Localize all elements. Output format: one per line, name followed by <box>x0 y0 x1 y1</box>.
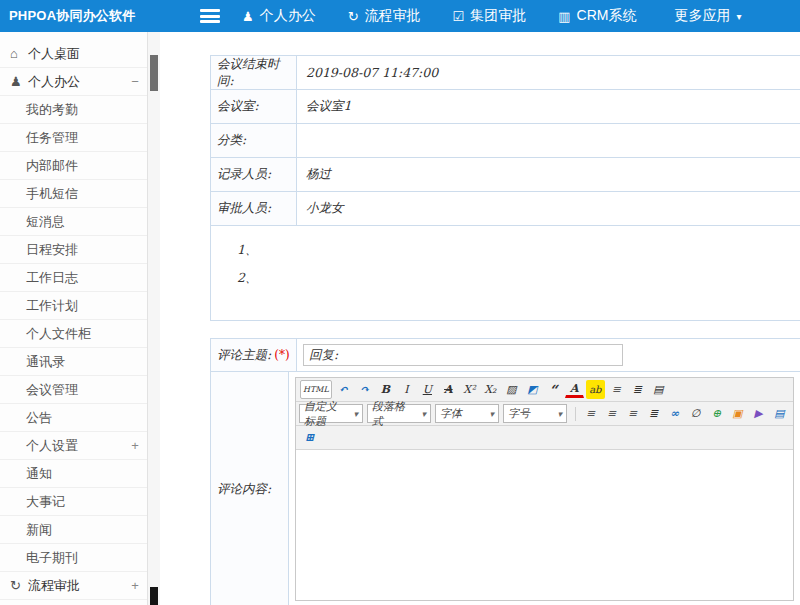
person-icon: ♟ <box>10 74 28 89</box>
collapse-icon[interactable]: − <box>123 74 147 89</box>
subscript-button[interactable]: X₂ <box>481 380 500 399</box>
table-row: 评论内容: HTML ↶ ↷ B <box>211 372 800 605</box>
sidebar-item[interactable]: 内部邮件 <box>0 152 147 180</box>
strikethrough-button[interactable]: A <box>439 380 458 399</box>
expand-icon[interactable]: + <box>123 578 147 593</box>
sidebar-item[interactable]: 会议管理 <box>0 376 147 404</box>
top-nav: ♟ 个人办公 ↻ 流程审批 ☑ 集团审批 ▥ <box>242 7 767 25</box>
table-row: 会议结束时间: 2019-08-07 11:47:00 <box>211 56 800 90</box>
comment-subject-label: 评论主题: <box>217 347 271 364</box>
link-button[interactable]: ∞ <box>665 404 684 423</box>
anchor-button[interactable]: ⊕ <box>707 404 726 423</box>
bold-button[interactable]: B <box>376 380 395 399</box>
attachment-button[interactable]: ▤ <box>770 404 789 423</box>
sidebar-item[interactable]: 工作日志 <box>0 264 147 292</box>
sidebar-item[interactable]: 公告 <box>0 404 147 432</box>
person-icon: ♟ <box>242 9 254 24</box>
style-select[interactable]: 自定义标题 ▾ <box>299 404 363 423</box>
editor-toolbar-buttons: ≡ ≡ ≡ ≣ ∞ ∅ <box>580 404 790 423</box>
comment-subject-input[interactable] <box>303 344 623 366</box>
expand-icon: + <box>123 438 147 453</box>
sidebar-menu: 我的考勤 任务管理 内部邮件 手机短信 <box>0 96 147 572</box>
sidebar-item[interactable]: 工作计划 <box>0 292 147 320</box>
topnav-workflow-approval[interactable]: ↻ 流程审批 <box>348 7 427 25</box>
comment-content-label: 评论内容: <box>211 372 289 605</box>
field-label: 会议室: <box>211 90 297 123</box>
sidebar-item-workflow-approval[interactable]: ↻ 流程审批 + <box>0 572 147 600</box>
blockquote-button[interactable]: “ <box>544 380 563 399</box>
eraser-button[interactable]: ▨ <box>502 380 521 399</box>
editor-content[interactable] <box>296 450 793 600</box>
caret-down-icon: ▾ <box>422 409 427 419</box>
table-row: 分类: <box>211 124 800 158</box>
scrollbar-thumb[interactable] <box>150 55 158 91</box>
meeting-detail-table: 会议结束时间: 2019-08-07 11:47:00 会议室: 会议室1 分类… <box>210 55 800 321</box>
meeting-detail-rows: 会议结束时间: 2019-08-07 11:47:00 会议室: 会议室1 分类… <box>211 56 800 226</box>
sidebar-section-label: 个人桌面 <box>28 45 147 63</box>
scrollbar-thumb[interactable] <box>150 587 158 605</box>
meeting-content-cell: 1、 2、 <box>211 226 800 321</box>
toolbar-separator <box>575 407 576 421</box>
sidebar-item-label: 新闻 <box>26 521 123 539</box>
topnav-crm[interactable]: ▥ CRM系统 <box>558 7 642 25</box>
sidebar-item[interactable]: 通讯录 <box>0 348 147 376</box>
redo-button[interactable]: ↷ <box>355 380 374 399</box>
align-right-button[interactable]: ≡ <box>623 404 642 423</box>
field-label: 会议结束时间: <box>211 56 297 89</box>
flow-icon: ↻ <box>348 9 359 24</box>
superscript-button[interactable]: X² <box>460 380 479 399</box>
italic-button[interactable]: I <box>397 380 416 399</box>
font-color-button[interactable]: A <box>565 381 584 398</box>
sidebar-item[interactable]: 手机短信 <box>0 180 147 208</box>
sidebar-item-label: 工作计划 <box>26 297 123 315</box>
undo-button[interactable]: ↶ <box>334 380 353 399</box>
paragraph-format-select[interactable]: 段落格式 ▾ <box>367 404 431 423</box>
editor-toolbar-row-3: ⊞ <box>296 426 793 450</box>
sidebar-item-personal-office[interactable]: ♟ 个人办公 − <box>0 68 147 96</box>
unordered-list-button[interactable]: ≣ <box>628 380 647 399</box>
topnav-personal-office[interactable]: ♟ 个人办公 <box>242 7 322 25</box>
table-row: 评论主题: (*) <box>211 339 800 372</box>
table-row: 会议室: 会议室1 <box>211 90 800 124</box>
sidebar-item[interactable]: 短消息 <box>0 208 147 236</box>
font-size-select[interactable]: 字号 ▾ <box>503 404 567 423</box>
sidebar-item[interactable]: 大事记 <box>0 488 147 516</box>
home-icon: ⌂ <box>10 46 28 61</box>
sidebar-item[interactable]: 个人设置 + <box>0 432 147 460</box>
topnav-more-apps[interactable]: 更多应用 ▾ <box>668 7 741 25</box>
insert-table-button[interactable]: ⊞ <box>300 428 319 447</box>
bar-chart-icon: ▥ <box>558 9 570 24</box>
sidebar-item-label: 我的考勤 <box>26 101 123 119</box>
vertical-scrollbar[interactable] <box>148 32 160 605</box>
sidebar-item-label: 会议管理 <box>26 381 123 399</box>
align-left-button[interactable]: ≡ <box>581 404 600 423</box>
media-button[interactable]: ▶ <box>749 404 768 423</box>
sidebar-item[interactable]: 个人文件柜 <box>0 320 147 348</box>
image-button[interactable]: ▣ <box>728 404 747 423</box>
highlight-button[interactable]: ab <box>586 380 605 399</box>
rich-text-editor: HTML ↶ ↷ B I U <box>295 377 794 601</box>
ordered-list-button[interactable]: ≡ <box>607 380 626 399</box>
sidebar-item[interactable]: 通知 <box>0 460 147 488</box>
sidebar-item[interactable]: 新闻 <box>0 516 147 544</box>
align-justify-button[interactable]: ≣ <box>644 404 663 423</box>
sidebar-item-personal-desktop[interactable]: ⌂ 个人桌面 <box>0 40 147 68</box>
font-family-select[interactable]: 字体 ▾ <box>435 404 499 423</box>
caret-down-icon: ▾ <box>490 409 495 419</box>
html-source-button[interactable]: HTML <box>300 380 332 399</box>
app-logo: PHPOA协同办公软件 <box>0 7 148 25</box>
field-value: HTML ↶ ↷ B I U <box>289 372 800 605</box>
topnav-group-approval[interactable]: ☑ 集团审批 <box>453 7 533 25</box>
sidebar-item[interactable]: 我的考勤 <box>0 96 147 124</box>
unlink-button[interactable]: ∅ <box>686 404 705 423</box>
sidebar-item[interactable]: 日程安排 <box>0 236 147 264</box>
paste-button[interactable]: ▤ <box>649 380 668 399</box>
sidebar-item-label: 电子期刊 <box>26 549 123 567</box>
format-brush-button[interactable]: ◩ <box>523 380 542 399</box>
underline-button[interactable]: U <box>418 380 437 399</box>
align-center-button[interactable]: ≡ <box>602 404 621 423</box>
sidebar-item[interactable]: 任务管理 <box>0 124 147 152</box>
menu-toggle-icon[interactable] <box>200 9 220 23</box>
sidebar-item[interactable]: 电子期刊 <box>0 544 147 572</box>
select-label: 自定义标题 <box>304 399 348 429</box>
